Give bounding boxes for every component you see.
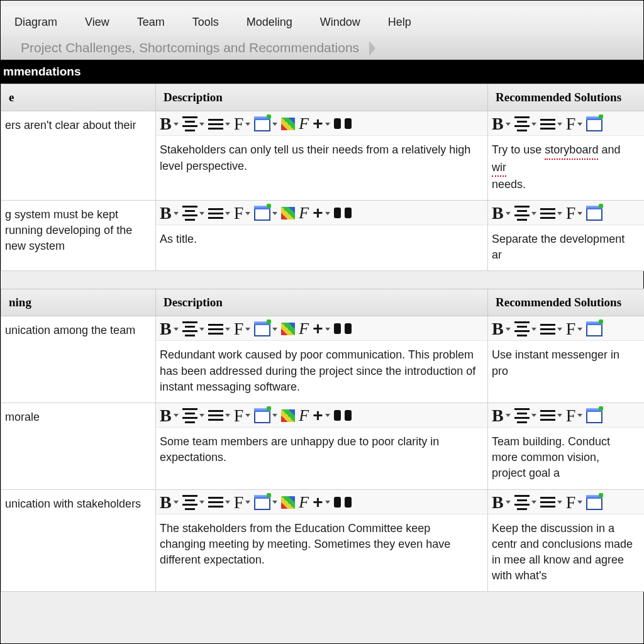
align-button[interactable] bbox=[182, 408, 204, 423]
bold-button[interactable]: B bbox=[492, 319, 511, 339]
insert-button[interactable]: + bbox=[313, 406, 330, 426]
color-button[interactable] bbox=[281, 323, 295, 335]
bold-button[interactable]: B bbox=[492, 203, 511, 223]
date-button[interactable] bbox=[254, 206, 277, 221]
list-button[interactable] bbox=[540, 497, 562, 508]
font-style-button[interactable]: F bbox=[299, 319, 309, 338]
date-button[interactable] bbox=[254, 321, 277, 336]
list-button[interactable] bbox=[208, 119, 230, 130]
list-button[interactable] bbox=[540, 208, 562, 219]
font-button[interactable]: F bbox=[566, 203, 583, 223]
font-style-button[interactable]: F bbox=[299, 114, 309, 133]
list-button[interactable] bbox=[208, 208, 230, 219]
cell-solutions[interactable]: B F Try to use storyboard and wir needs. bbox=[488, 111, 645, 201]
find-button[interactable] bbox=[334, 118, 352, 130]
cell-name[interactable]: ers aren't clear about their bbox=[1, 111, 155, 141]
color-button[interactable] bbox=[281, 118, 295, 130]
insert-button[interactable]: + bbox=[313, 492, 330, 513]
align-button[interactable] bbox=[514, 206, 536, 221]
list-button[interactable] bbox=[208, 410, 230, 421]
cell-text[interactable]: As title. bbox=[156, 225, 487, 255]
find-button[interactable] bbox=[334, 323, 352, 335]
list-button[interactable] bbox=[208, 497, 230, 508]
font-style-button[interactable]: F bbox=[299, 204, 309, 223]
cell-description[interactable]: B F F + As title. bbox=[156, 201, 488, 271]
find-button[interactable] bbox=[334, 409, 352, 422]
menu-window[interactable]: Window bbox=[320, 16, 360, 29]
cell-text[interactable]: Try to use storyboard and wir needs. bbox=[488, 136, 644, 200]
menu-diagram[interactable]: Diagram bbox=[14, 16, 57, 29]
cell-description[interactable]: B F F + Stakeholders can only tell us th… bbox=[156, 111, 488, 201]
bold-button[interactable]: B bbox=[160, 492, 179, 513]
align-button[interactable] bbox=[182, 206, 204, 221]
align-button[interactable] bbox=[514, 408, 536, 423]
insert-button[interactable]: + bbox=[313, 114, 330, 134]
cell-name[interactable]: unication with stakeholders bbox=[1, 490, 155, 519]
cell-text[interactable]: Separate the development ar bbox=[488, 225, 644, 270]
cell-text[interactable]: The stakeholders from the Education Comm… bbox=[156, 514, 487, 576]
insert-button[interactable]: + bbox=[313, 203, 330, 223]
align-button[interactable] bbox=[514, 116, 536, 131]
cell-description[interactable]: B F F + Some team members are unhappy du… bbox=[156, 402, 488, 489]
insert-button[interactable]: + bbox=[313, 319, 330, 339]
font-button[interactable]: F bbox=[566, 319, 583, 339]
font-button[interactable]: F bbox=[566, 492, 583, 513]
cell-solutions[interactable]: B F Team building. Conduct more common v… bbox=[488, 402, 645, 489]
cell-text[interactable]: Team building. Conduct more common visio… bbox=[488, 428, 644, 489]
cell-text[interactable]: Redundant work caused by poor communicat… bbox=[156, 341, 487, 402]
bold-button[interactable]: B bbox=[160, 114, 179, 134]
menu-team[interactable]: Team bbox=[137, 16, 165, 29]
cell-name[interactable]: morale bbox=[1, 403, 155, 433]
date-button[interactable] bbox=[586, 495, 602, 510]
list-button[interactable] bbox=[540, 119, 562, 130]
date-button[interactable] bbox=[254, 116, 277, 131]
font-button[interactable]: F bbox=[234, 114, 251, 134]
menu-tools[interactable]: Tools bbox=[192, 16, 219, 29]
cell-solutions[interactable]: B F Keep the discussion in a centr and c… bbox=[488, 489, 645, 592]
cell-name[interactable]: g system must be kept running developing… bbox=[1, 201, 155, 262]
list-button[interactable] bbox=[208, 324, 230, 335]
bold-button[interactable]: B bbox=[160, 319, 179, 339]
date-button[interactable] bbox=[586, 116, 602, 131]
bold-button[interactable]: B bbox=[492, 114, 511, 134]
color-button[interactable] bbox=[281, 207, 295, 219]
font-button[interactable]: F bbox=[234, 203, 251, 223]
list-button[interactable] bbox=[540, 410, 562, 421]
find-button[interactable] bbox=[334, 207, 352, 219]
cell-description[interactable]: B F F + Redundant work caused by poor co… bbox=[156, 316, 488, 403]
cell-solutions[interactable]: B F Use instant messenger in pro bbox=[488, 316, 645, 403]
cell-solutions[interactable]: B F Separate the development ar bbox=[488, 201, 645, 271]
color-button[interactable] bbox=[281, 496, 295, 509]
bold-button[interactable]: B bbox=[492, 406, 511, 426]
bold-button[interactable]: B bbox=[160, 406, 179, 426]
align-button[interactable] bbox=[182, 495, 204, 510]
date-button[interactable] bbox=[254, 495, 277, 510]
date-button[interactable] bbox=[254, 408, 277, 423]
cell-text[interactable]: Use instant messenger in pro bbox=[488, 341, 644, 386]
bold-button[interactable]: B bbox=[492, 492, 511, 513]
cell-name[interactable]: unication among the team bbox=[1, 316, 155, 346]
align-button[interactable] bbox=[514, 321, 536, 336]
cell-description[interactable]: B F F + The stakeholders from the Educat… bbox=[156, 489, 488, 592]
align-button[interactable] bbox=[182, 321, 204, 336]
color-button[interactable] bbox=[281, 409, 295, 422]
find-button[interactable] bbox=[334, 496, 352, 509]
font-button[interactable]: F bbox=[234, 492, 251, 513]
align-button[interactable] bbox=[182, 116, 204, 131]
date-button[interactable] bbox=[586, 408, 602, 423]
cell-text[interactable]: Stakeholders can only tell us their need… bbox=[156, 136, 487, 181]
breadcrumb[interactable]: Project Challenges, Shortcomings and Rec… bbox=[1, 36, 643, 60]
menu-view[interactable]: View bbox=[85, 16, 109, 29]
list-button[interactable] bbox=[540, 324, 562, 335]
menu-help[interactable]: Help bbox=[388, 16, 411, 29]
date-button[interactable] bbox=[586, 321, 602, 336]
font-button[interactable]: F bbox=[234, 406, 251, 426]
font-button[interactable]: F bbox=[566, 114, 583, 134]
bold-button[interactable]: B bbox=[160, 203, 179, 223]
cell-text[interactable]: Keep the discussion in a centr and concl… bbox=[488, 514, 644, 592]
align-button[interactable] bbox=[514, 495, 536, 510]
font-button[interactable]: F bbox=[234, 319, 251, 339]
font-button[interactable]: F bbox=[566, 406, 583, 426]
font-style-button[interactable]: F bbox=[299, 406, 309, 425]
font-style-button[interactable]: F bbox=[299, 493, 309, 512]
